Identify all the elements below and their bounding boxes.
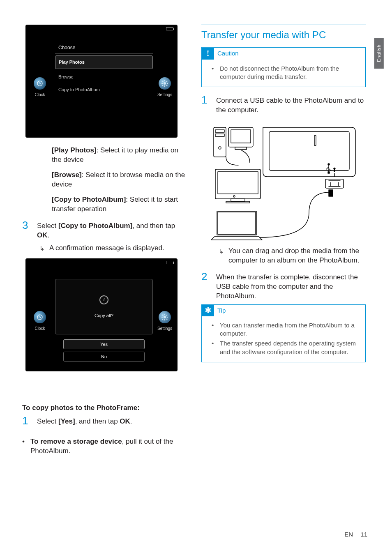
gear-icon bbox=[159, 311, 171, 323]
step-1b-pre: Select bbox=[37, 417, 58, 425]
option-copy-desc: [Copy to PhotoAlbum]: Select it to start… bbox=[52, 195, 187, 214]
result-arrow-icon: ↳ bbox=[39, 244, 46, 253]
svg-point-3 bbox=[164, 316, 166, 318]
bullet-dot-icon: • bbox=[212, 321, 216, 338]
caution-label: Caution bbox=[217, 48, 239, 59]
tip-body: • You can transfer media from the PhotoA… bbox=[202, 316, 365, 362]
shot-side-clock: Clock bbox=[30, 77, 49, 98]
left-column: Clock Settings Choose Play Photos Browse… bbox=[22, 25, 187, 458]
r-step-2: 2 When the transfer is complete, disconn… bbox=[201, 271, 366, 301]
page-footer: EN 11 bbox=[344, 530, 367, 539]
bullet-remove-storage: • To remove a storage device, pull it ou… bbox=[22, 437, 187, 456]
r-step-1-body: Connect a USB cable to the PhotoAlbum an… bbox=[216, 94, 366, 115]
footer-lang: EN bbox=[344, 531, 353, 538]
step-3-result-text: A confirmation message is displayed. bbox=[49, 244, 164, 253]
shot-option-browse: Browse bbox=[55, 71, 153, 83]
shot-side-clock: Clock bbox=[30, 311, 49, 332]
r-step-2-number: 2 bbox=[201, 271, 211, 301]
step-3-ok: OK bbox=[37, 231, 48, 239]
svg-rect-14 bbox=[228, 127, 253, 147]
battery-icon bbox=[166, 27, 173, 30]
device-screenshot-choose: Clock Settings Choose Play Photos Browse… bbox=[25, 25, 178, 138]
step-1b-post: . bbox=[130, 417, 132, 425]
option-play-desc: [Play Photos]: Select it to play media o… bbox=[52, 146, 187, 165]
step-3-result: ↳ A confirmation message is displayed. bbox=[39, 244, 187, 253]
bullet-dot-icon: • bbox=[22, 437, 26, 456]
svg-point-21 bbox=[233, 196, 235, 197]
r-step-2-body: When the transfer is complete, disconnec… bbox=[216, 271, 366, 301]
shot-side-right-label: Settings bbox=[157, 92, 172, 97]
tip-item-0: • You can transfer media from the PhotoA… bbox=[212, 321, 360, 338]
dialog-prompt: Copy all? bbox=[95, 313, 113, 319]
step-3: 3 Select [Copy to PhotoAlbum], and then … bbox=[22, 220, 187, 240]
step-1b-ok: OK bbox=[120, 417, 130, 425]
r-step-1-number: 1 bbox=[201, 94, 211, 115]
caution-body: • Do not disconnect the PhotoAlbum from … bbox=[202, 60, 365, 87]
tip-item-1: • The transfer speed depends the operati… bbox=[212, 339, 360, 356]
tip-icon: ✱ bbox=[202, 305, 214, 316]
tip-box: ✱ Tip • You can transfer media from the … bbox=[201, 304, 366, 362]
dialog-copyall: i Copy all? bbox=[55, 279, 153, 334]
caution-text: Do not disconnect the PhotoAlbum from th… bbox=[220, 64, 360, 81]
caution-bullet: • Do not disconnect the PhotoAlbum from … bbox=[212, 64, 360, 81]
svg-rect-6 bbox=[325, 179, 344, 188]
option-copy-term: [Copy to PhotoAlbum] bbox=[52, 196, 126, 203]
dialog-yes-button: Yes bbox=[63, 339, 145, 350]
svg-rect-12 bbox=[215, 134, 224, 136]
section-title-transfer: Transfer your media with PC bbox=[201, 25, 366, 41]
svg-rect-17 bbox=[215, 169, 261, 199]
shot-side-settings: Settings bbox=[155, 77, 174, 98]
bullet-remove-lead: To remove a storage device bbox=[30, 438, 122, 445]
tip-label: Tip bbox=[217, 305, 226, 316]
dialog-no-button: No bbox=[63, 352, 145, 362]
shot-option-copy: Copy to PhotoAlbum bbox=[55, 83, 153, 96]
r-step-1: 1 Connect a USB cable to the PhotoAlbum … bbox=[201, 94, 366, 115]
clock-icon bbox=[34, 77, 46, 90]
step-3-term: [Copy to PhotoAlbum] bbox=[58, 222, 132, 230]
svg-rect-4 bbox=[269, 131, 349, 170]
bullet-dot-icon: • bbox=[212, 64, 216, 81]
shot-menu: Choose Play Photos Browse Copy to PhotoA… bbox=[55, 42, 153, 126]
shot-title: Choose bbox=[55, 42, 153, 54]
shot-side-left-label: Clock bbox=[35, 92, 45, 97]
shot-side-left-label: Clock bbox=[35, 326, 45, 331]
tip-text-1: The transfer speed depends the operating… bbox=[220, 339, 360, 356]
r-step-1-result-text: You can drag and drop the media from the… bbox=[228, 246, 366, 265]
subhead-copy-photos: To copy photos to the PhotoFrame: bbox=[22, 403, 187, 413]
step-1b-mid: , and then tap bbox=[75, 417, 120, 425]
option-browse-desc: [Browse]: Select it to browse media on t… bbox=[52, 170, 187, 189]
svg-rect-22 bbox=[329, 190, 333, 196]
svg-rect-16 bbox=[235, 147, 247, 150]
right-column: Transfer your media with PC ! Caution • … bbox=[201, 25, 366, 458]
step-1b-number: 1 bbox=[22, 415, 32, 426]
bullet-dot-icon: • bbox=[212, 339, 216, 356]
result-arrow-icon: ↳ bbox=[219, 246, 225, 265]
shot-side-settings: Settings bbox=[155, 311, 174, 332]
caution-icon: ! bbox=[202, 48, 214, 60]
step-3-body: Select [Copy to PhotoAlbum], and then ta… bbox=[37, 220, 187, 240]
r-step-1-result: ↳ You can drag and drop the media from t… bbox=[219, 246, 366, 265]
bullet-remove-text: To remove a storage device, pull it out … bbox=[30, 437, 187, 456]
shot-option-play: Play Photos bbox=[55, 55, 153, 69]
step-1b-term: [Yes] bbox=[58, 417, 75, 425]
option-play-term: [Play Photos] bbox=[52, 146, 97, 154]
svg-rect-20 bbox=[226, 201, 250, 203]
svg-rect-19 bbox=[231, 199, 245, 201]
caution-head: ! Caution bbox=[202, 48, 365, 59]
tip-text-0: You can transfer media from the PhotoAlb… bbox=[220, 321, 360, 338]
info-icon: i bbox=[99, 295, 108, 304]
device-screenshot-copyall: Clock Settings i Copy all? Yes No bbox=[25, 258, 178, 371]
step-3-post: . bbox=[48, 231, 50, 239]
caution-box: ! Caution • Do not disconnect the PhotoA… bbox=[201, 47, 366, 87]
svg-point-1 bbox=[164, 82, 166, 85]
connection-diagram: ⬆ bbox=[205, 119, 362, 242]
step-1b-body: Select [Yes], and then tap OK. bbox=[37, 415, 187, 426]
svg-rect-9 bbox=[328, 172, 330, 173]
footer-page: 11 bbox=[360, 531, 367, 538]
clock-icon bbox=[34, 311, 46, 323]
step-3-mid: , and then tap bbox=[132, 222, 175, 230]
step-3-pre: Select bbox=[37, 222, 58, 230]
gear-icon bbox=[159, 77, 171, 90]
svg-rect-11 bbox=[215, 130, 224, 132]
svg-text:⬆: ⬆ bbox=[332, 166, 337, 173]
